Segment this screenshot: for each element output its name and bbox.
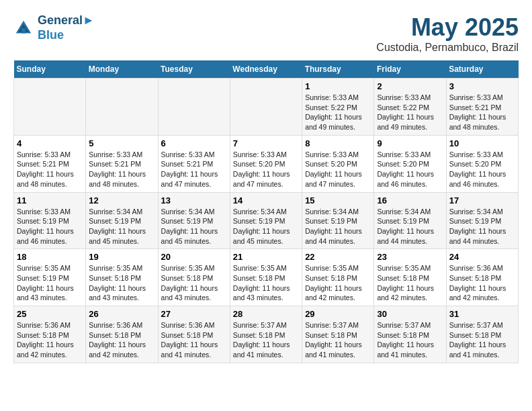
day-number: 2 xyxy=(377,81,443,91)
calendar-week-row: 18Sunrise: 5:35 AM Sunset: 5:19 PM Dayli… xyxy=(14,249,519,306)
day-info: Sunrise: 5:37 AM Sunset: 5:18 PM Dayligh… xyxy=(377,320,443,360)
calendar-day-header: Monday xyxy=(86,60,158,79)
calendar-day-header: Saturday xyxy=(446,60,518,79)
day-info: Sunrise: 5:35 AM Sunset: 5:18 PM Dayligh… xyxy=(161,263,227,303)
day-number: 28 xyxy=(233,309,299,319)
calendar-cell: 5Sunrise: 5:33 AM Sunset: 5:21 PM Daylig… xyxy=(86,135,158,192)
day-info: Sunrise: 5:33 AM Sunset: 5:20 PM Dayligh… xyxy=(377,150,443,189)
day-number: 22 xyxy=(305,252,371,262)
day-number: 5 xyxy=(89,138,154,148)
day-info: Sunrise: 5:34 AM Sunset: 5:19 PM Dayligh… xyxy=(233,207,299,246)
day-info: Sunrise: 5:33 AM Sunset: 5:21 PM Dayligh… xyxy=(17,150,83,189)
logo: General► Blue xyxy=(13,13,95,42)
day-number: 12 xyxy=(89,195,154,205)
calendar-day-header: Thursday xyxy=(302,60,374,79)
logo-text: General► Blue xyxy=(38,13,95,42)
day-info: Sunrise: 5:34 AM Sunset: 5:19 PM Dayligh… xyxy=(89,207,154,246)
calendar-cell: 12Sunrise: 5:34 AM Sunset: 5:19 PM Dayli… xyxy=(86,192,158,249)
calendar-day-header: Sunday xyxy=(14,60,86,79)
day-number: 20 xyxy=(161,252,227,262)
calendar-cell: 23Sunrise: 5:35 AM Sunset: 5:18 PM Dayli… xyxy=(374,249,446,306)
calendar-cell: 19Sunrise: 5:35 AM Sunset: 5:18 PM Dayli… xyxy=(86,249,158,306)
day-number: 31 xyxy=(449,309,515,319)
day-info: Sunrise: 5:33 AM Sunset: 5:19 PM Dayligh… xyxy=(17,207,83,246)
day-number: 29 xyxy=(305,309,371,319)
calendar-cell: 13Sunrise: 5:34 AM Sunset: 5:19 PM Dayli… xyxy=(158,192,230,249)
calendar-cell: 22Sunrise: 5:35 AM Sunset: 5:18 PM Dayli… xyxy=(302,249,374,306)
calendar-day-header: Friday xyxy=(374,60,446,79)
calendar-day-header: Tuesday xyxy=(158,60,230,79)
day-info: Sunrise: 5:35 AM Sunset: 5:18 PM Dayligh… xyxy=(89,263,154,303)
day-number: 7 xyxy=(233,138,299,148)
day-number: 19 xyxy=(89,252,154,262)
day-info: Sunrise: 5:34 AM Sunset: 5:19 PM Dayligh… xyxy=(161,207,227,246)
calendar-cell: 25Sunrise: 5:36 AM Sunset: 5:18 PM Dayli… xyxy=(14,306,86,363)
calendar-week-row: 25Sunrise: 5:36 AM Sunset: 5:18 PM Dayli… xyxy=(14,306,519,363)
calendar-cell: 20Sunrise: 5:35 AM Sunset: 5:18 PM Dayli… xyxy=(158,249,230,306)
day-info: Sunrise: 5:37 AM Sunset: 5:18 PM Dayligh… xyxy=(305,320,371,360)
calendar-week-row: 1Sunrise: 5:33 AM Sunset: 5:22 PM Daylig… xyxy=(14,79,519,136)
day-number: 26 xyxy=(89,309,154,319)
calendar-cell: 21Sunrise: 5:35 AM Sunset: 5:18 PM Dayli… xyxy=(230,249,302,306)
calendar-cell xyxy=(14,79,86,136)
day-info: Sunrise: 5:33 AM Sunset: 5:21 PM Dayligh… xyxy=(89,150,154,189)
calendar-cell: 29Sunrise: 5:37 AM Sunset: 5:18 PM Dayli… xyxy=(302,306,374,363)
day-info: Sunrise: 5:36 AM Sunset: 5:18 PM Dayligh… xyxy=(17,320,83,360)
day-info: Sunrise: 5:37 AM Sunset: 5:18 PM Dayligh… xyxy=(233,320,299,360)
calendar-header-row: SundayMondayTuesdayWednesdayThursdayFrid… xyxy=(14,60,519,79)
day-number: 4 xyxy=(17,138,83,148)
day-info: Sunrise: 5:36 AM Sunset: 5:18 PM Dayligh… xyxy=(449,263,515,303)
day-info: Sunrise: 5:34 AM Sunset: 5:19 PM Dayligh… xyxy=(305,207,371,246)
calendar-cell: 30Sunrise: 5:37 AM Sunset: 5:18 PM Dayli… xyxy=(374,306,446,363)
day-number: 24 xyxy=(449,252,515,262)
calendar-cell: 10Sunrise: 5:33 AM Sunset: 5:20 PM Dayli… xyxy=(446,135,518,192)
page-header: General► Blue May 2025 Custodia, Pernamb… xyxy=(13,13,519,54)
day-info: Sunrise: 5:36 AM Sunset: 5:18 PM Dayligh… xyxy=(89,320,154,360)
svg-rect-2 xyxy=(21,28,26,34)
day-number: 21 xyxy=(233,252,299,262)
day-number: 16 xyxy=(377,195,443,205)
day-number: 14 xyxy=(233,195,299,205)
calendar-cell: 1Sunrise: 5:33 AM Sunset: 5:22 PM Daylig… xyxy=(302,79,374,136)
day-info: Sunrise: 5:33 AM Sunset: 5:21 PM Dayligh… xyxy=(161,150,227,189)
day-info: Sunrise: 5:33 AM Sunset: 5:20 PM Dayligh… xyxy=(233,150,299,189)
day-info: Sunrise: 5:33 AM Sunset: 5:22 PM Dayligh… xyxy=(305,93,371,132)
calendar-cell: 6Sunrise: 5:33 AM Sunset: 5:21 PM Daylig… xyxy=(158,135,230,192)
day-info: Sunrise: 5:35 AM Sunset: 5:18 PM Dayligh… xyxy=(377,263,443,303)
day-number: 1 xyxy=(305,81,371,91)
day-info: Sunrise: 5:37 AM Sunset: 5:18 PM Dayligh… xyxy=(449,320,515,360)
day-info: Sunrise: 5:34 AM Sunset: 5:19 PM Dayligh… xyxy=(377,207,443,246)
day-number: 17 xyxy=(449,195,515,205)
calendar-cell xyxy=(86,79,158,136)
day-number: 6 xyxy=(161,138,227,148)
day-info: Sunrise: 5:33 AM Sunset: 5:20 PM Dayligh… xyxy=(449,150,515,189)
calendar-cell: 18Sunrise: 5:35 AM Sunset: 5:19 PM Dayli… xyxy=(14,249,86,306)
title-block: May 2025 Custodia, Pernambuco, Brazil xyxy=(376,13,519,54)
calendar-cell: 15Sunrise: 5:34 AM Sunset: 5:19 PM Dayli… xyxy=(302,192,374,249)
calendar-cell: 27Sunrise: 5:36 AM Sunset: 5:18 PM Dayli… xyxy=(158,306,230,363)
calendar-cell xyxy=(230,79,302,136)
day-number: 10 xyxy=(449,138,515,148)
logo-icon xyxy=(13,18,34,38)
calendar-cell: 24Sunrise: 5:36 AM Sunset: 5:18 PM Dayli… xyxy=(446,249,518,306)
day-number: 9 xyxy=(377,138,443,148)
calendar-table: SundayMondayTuesdayWednesdayThursdayFrid… xyxy=(13,60,519,363)
calendar-week-row: 11Sunrise: 5:33 AM Sunset: 5:19 PM Dayli… xyxy=(14,192,519,249)
calendar-cell: 3Sunrise: 5:33 AM Sunset: 5:21 PM Daylig… xyxy=(446,79,518,136)
day-number: 3 xyxy=(449,81,515,91)
day-info: Sunrise: 5:35 AM Sunset: 5:19 PM Dayligh… xyxy=(17,263,83,303)
calendar-cell: 26Sunrise: 5:36 AM Sunset: 5:18 PM Dayli… xyxy=(86,306,158,363)
calendar-cell: 16Sunrise: 5:34 AM Sunset: 5:19 PM Dayli… xyxy=(374,192,446,249)
day-number: 23 xyxy=(377,252,443,262)
day-info: Sunrise: 5:33 AM Sunset: 5:21 PM Dayligh… xyxy=(449,93,515,132)
calendar-cell: 14Sunrise: 5:34 AM Sunset: 5:19 PM Dayli… xyxy=(230,192,302,249)
day-number: 8 xyxy=(305,138,371,148)
calendar-cell: 31Sunrise: 5:37 AM Sunset: 5:18 PM Dayli… xyxy=(446,306,518,363)
calendar-cell: 9Sunrise: 5:33 AM Sunset: 5:20 PM Daylig… xyxy=(374,135,446,192)
day-info: Sunrise: 5:33 AM Sunset: 5:22 PM Dayligh… xyxy=(377,93,443,132)
main-title: May 2025 xyxy=(376,13,519,42)
day-info: Sunrise: 5:34 AM Sunset: 5:19 PM Dayligh… xyxy=(449,207,515,246)
calendar-cell: 7Sunrise: 5:33 AM Sunset: 5:20 PM Daylig… xyxy=(230,135,302,192)
day-number: 18 xyxy=(17,252,83,262)
day-info: Sunrise: 5:36 AM Sunset: 5:18 PM Dayligh… xyxy=(161,320,227,360)
